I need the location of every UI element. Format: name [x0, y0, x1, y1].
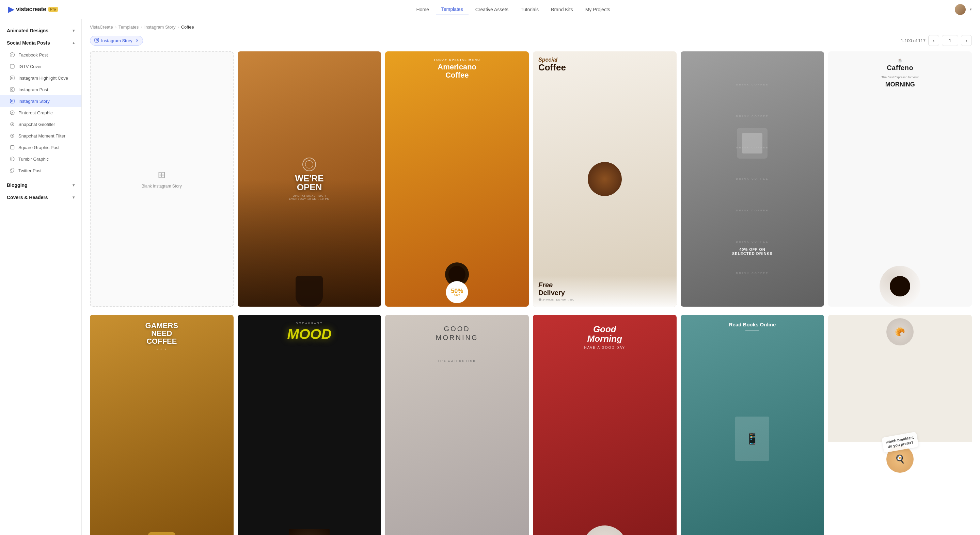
gamers-title: GAMERSNEEDCOFFEE: [145, 322, 178, 345]
sidebar-section-animated-designs[interactable]: Animated Designs ▾: [0, 24, 81, 37]
nav-creative-assets[interactable]: Creative Assets: [470, 4, 514, 15]
blank-plus-icon: ⊞: [158, 169, 165, 180]
animated-designs-label: Animated Designs: [7, 28, 48, 33]
sidebar-item-igtv-cover[interactable]: IGTV Cover: [0, 60, 81, 72]
instagram-highlight-label: Instagram Highlight Cove: [18, 76, 68, 81]
facebook-icon: f: [10, 52, 15, 57]
instagram-story-label: Instagram Story: [18, 99, 50, 104]
template-card-special-coffee[interactable]: Special Coffee Free Delivery ☎ 24 Hours …: [533, 51, 676, 306]
avatar-chevron-icon: ▾: [970, 7, 972, 11]
filter-row: Instagram Story × 1-100 of 117 ‹ ›: [82, 32, 980, 51]
sidebar-section-covers[interactable]: Covers & Headers ▾: [0, 191, 81, 203]
drink-coffee-bg-text-4: DRINK COFFEE: [736, 177, 768, 180]
breadcrumb-vistacreate[interactable]: VistaCreate: [90, 24, 113, 30]
nav-my-projects[interactable]: My Projects: [580, 4, 616, 15]
breadcrumb-instagram-story[interactable]: Instagram Story: [145, 24, 176, 30]
breadcrumb-sep-1: ›: [115, 24, 116, 30]
gm-red-title: GoodMorning: [587, 324, 622, 344]
mood-food-plate: [289, 529, 329, 535]
template-card-americano[interactable]: TODAY SPECIAL MENU AmericanoCoffee 50% S…: [385, 51, 529, 306]
sidebar-item-snapchat-geofilter[interactable]: Snapchat Geofilter: [0, 118, 81, 130]
filter-tag-instagram-icon: [94, 38, 99, 44]
template-card-coffee-open[interactable]: WE'REOPEN OPERATIONAL HOUR EVERYDAY 10 A…: [238, 51, 381, 306]
sidebar-item-pinterest[interactable]: p Pinterest Graphic: [0, 107, 81, 118]
drink-coffee-bg-text-6: DRINK COFFEE: [736, 240, 768, 243]
animated-designs-chevron-icon: ▾: [73, 28, 75, 33]
pagination-page-input[interactable]: [942, 35, 958, 46]
template-card-caffeno[interactable]: ☕ Caffeno The Best Espresso for Your MOR…: [828, 51, 972, 306]
breadcrumb-templates[interactable]: Templates: [118, 24, 138, 30]
sidebar-item-snapchat-moment[interactable]: Snapchat Moment Filter: [0, 130, 81, 141]
facebook-post-label: Facebook Post: [18, 52, 48, 57]
template-card-read-books[interactable]: Read Books Online 📱 30%OFF: [681, 315, 824, 535]
template-card-good-morning-bw[interactable]: GOODMORNING IT'S COFFEE TIME: [385, 315, 529, 535]
nav-tutorials[interactable]: Tutorials: [515, 4, 544, 15]
blank-template-card[interactable]: ⊞ Blank Instagram Story: [90, 51, 234, 306]
gm-bw-subtitle: IT'S COFFEE TIME: [438, 359, 476, 362]
svg-point-19: [96, 39, 98, 41]
pro-badge: Pro: [48, 7, 58, 12]
blank-label: Blank Instagram Story: [142, 184, 182, 189]
svg-text:f: f: [11, 54, 13, 57]
sidebar-item-instagram-post[interactable]: Instagram Post: [0, 84, 81, 95]
logo-area[interactable]: ▶ vistacreate Pro: [8, 5, 58, 14]
svg-rect-5: [10, 87, 14, 92]
template-card-drink-coffee[interactable]: DRINK COFFEE DRINK COFFEE DRINK COFFEE D…: [681, 51, 824, 306]
sidebar-item-tumblr[interactable]: t Tumblr Graphic: [0, 153, 81, 165]
sidebar-section-social-media[interactable]: Social Media Posts ▴: [0, 37, 81, 49]
top-nav: ▶ vistacreate Pro Home Templates Creativ…: [0, 0, 980, 19]
svg-text:t: t: [11, 157, 13, 161]
template-card-gamers[interactable]: GAMERSNEEDCOFFEE + ☆ + ☕ 50% OFF TODAY: [90, 315, 234, 535]
sidebar-item-instagram-story[interactable]: Instagram Story: [0, 95, 81, 107]
templates-grid-row-1: ⊞ Blank Instagram Story WE'REOPEN OPERAT…: [82, 51, 980, 315]
template-card-mood[interactable]: BREAKFAST MOOD: [238, 315, 381, 535]
sidebar-item-twitter-post[interactable]: Twitter Post: [0, 165, 81, 176]
rb-title: Read Books Online: [729, 322, 776, 328]
nav-templates[interactable]: Templates: [436, 4, 469, 15]
sidebar-item-instagram-highlight[interactable]: Instagram Highlight Cove: [0, 72, 81, 84]
template-card-breakfast[interactable]: 🥐 🍳 which breakfastdo you prefer?: [828, 315, 972, 535]
caffeno-name: Caffeno: [887, 64, 913, 72]
mood-title: MOOD: [287, 327, 332, 341]
sidebar-section-blogging[interactable]: Blogging ▾: [0, 179, 81, 191]
filter-tag-instagram-story[interactable]: Instagram Story ×: [90, 36, 143, 46]
sidebar-item-facebook-post[interactable]: f Facebook Post: [0, 49, 81, 60]
template-card-good-morning-red[interactable]: GoodMorning HAVE A GOOD DAY: [533, 315, 676, 535]
tumblr-label: Tumblr Graphic: [18, 157, 49, 162]
caffeno-cup-icon: ☕: [897, 58, 903, 63]
blogging-label: Blogging: [7, 183, 28, 188]
svg-point-20: [97, 39, 98, 40]
americano-save-badge: 50% SAVE: [446, 281, 468, 303]
pagination-next-btn[interactable]: ›: [961, 35, 972, 46]
nav-brand-kits[interactable]: Brand Kits: [546, 4, 579, 15]
templates-grid-row-2: GAMERSNEEDCOFFEE + ☆ + ☕ 50% OFF TODAY B…: [82, 315, 980, 535]
nav-home[interactable]: Home: [410, 4, 434, 15]
special-coffee-cup: [588, 162, 622, 196]
americano-title: AmericanoCoffee: [438, 63, 476, 79]
twitter-icon: [10, 168, 15, 173]
nav-right: ▾: [955, 4, 972, 15]
snapchat-moment-label: Snapchat Moment Filter: [18, 133, 65, 138]
instagram-story-icon: [10, 98, 15, 104]
svg-point-14: [11, 135, 13, 137]
filter-tags: Instagram Story ×: [90, 36, 143, 46]
snapchat-geofilter-icon: [10, 122, 15, 127]
breadcrumb: VistaCreate › Templates › Instagram Stor…: [82, 19, 980, 32]
gamers-cup: ☕: [148, 532, 175, 535]
rb-divider: [745, 330, 759, 331]
caffeno-morning: MORNING: [885, 81, 915, 88]
pagination-prev-btn[interactable]: ‹: [928, 35, 939, 46]
svg-rect-7: [10, 99, 14, 103]
sidebar: Animated Designs ▾ Social Media Posts ▴ …: [0, 19, 82, 535]
svg-rect-3: [10, 76, 14, 80]
instagram-post-icon: [10, 87, 15, 92]
igtv-cover-label: IGTV Cover: [18, 64, 42, 69]
gamers-plus-signs: + ☆ +: [156, 348, 167, 351]
avatar[interactable]: [955, 4, 966, 15]
pinterest-label: Pinterest Graphic: [18, 110, 52, 115]
sidebar-item-square-graphic[interactable]: Square Graphic Post: [0, 141, 81, 153]
covers-label: Covers & Headers: [7, 195, 48, 200]
igtv-icon: [10, 64, 15, 69]
breadcrumb-sep-2: ›: [141, 24, 142, 30]
filter-tag-close-icon[interactable]: ×: [136, 38, 138, 43]
